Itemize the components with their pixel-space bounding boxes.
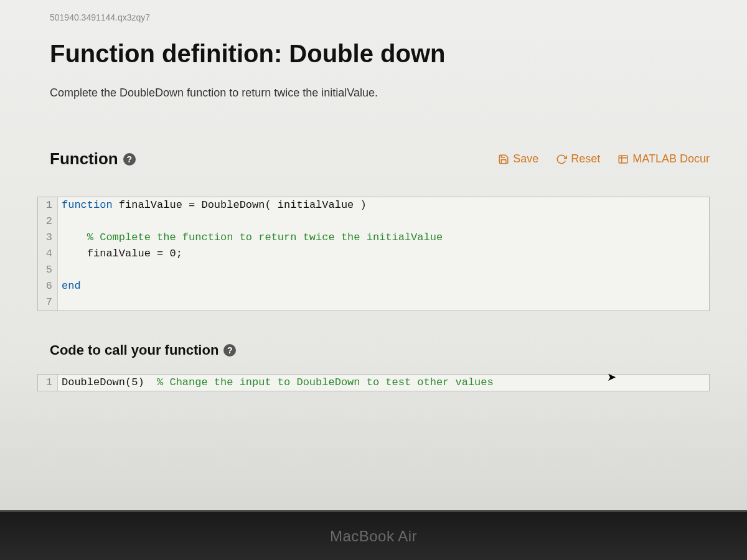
code-line[interactable]: 4 finalValue = 0; xyxy=(38,246,709,262)
function-header-row: Function ? Save Reset xyxy=(50,149,710,169)
line-number: 2 xyxy=(38,213,58,230)
code-content[interactable] xyxy=(58,294,709,310)
code-line[interactable]: 7 xyxy=(38,294,709,310)
laptop-bezel: MacBook Air xyxy=(0,510,747,560)
code-content[interactable]: % Complete the function to return twice … xyxy=(58,230,709,246)
reset-button[interactable]: Reset xyxy=(556,152,600,166)
save-label: Save xyxy=(513,152,538,166)
save-icon xyxy=(498,154,509,165)
reset-icon xyxy=(556,154,567,165)
question-id: 501940.3491144.qx3zqy7 xyxy=(50,12,710,22)
instructions-text: Complete the DoubleDown function to retu… xyxy=(50,86,710,100)
function-section-label: Function xyxy=(50,149,118,169)
docs-icon xyxy=(618,154,629,165)
svg-rect-0 xyxy=(619,156,628,163)
code-content[interactable]: finalValue = 0; xyxy=(58,246,709,262)
code-line[interactable]: 5 xyxy=(38,262,709,278)
line-number: 1 xyxy=(38,375,58,391)
line-number: 4 xyxy=(38,246,58,262)
reset-label: Reset xyxy=(571,152,600,166)
docs-label: MATLAB Docur xyxy=(632,152,710,166)
line-number: 1 xyxy=(38,197,58,213)
code-content[interactable] xyxy=(58,213,709,230)
code-line[interactable]: 1function finalValue = DoubleDown( initi… xyxy=(38,197,709,213)
code-content[interactable]: function finalValue = DoubleDown( initia… xyxy=(58,197,709,213)
call-section-label: Code to call your function xyxy=(50,342,218,358)
code-line[interactable]: 3 % Complete the function to return twic… xyxy=(38,230,709,246)
line-number: 5 xyxy=(38,262,58,278)
help-icon[interactable]: ? xyxy=(123,153,136,166)
line-number: 6 xyxy=(38,278,58,294)
editor-toolbar: Save Reset MATLAB Docur xyxy=(498,152,710,166)
function-header-left: Function ? xyxy=(50,149,136,169)
page-title: Function definition: Double down xyxy=(50,40,710,68)
function-code-editor[interactable]: 1function finalValue = DoubleDown( initi… xyxy=(37,197,710,311)
code-line[interactable]: 2 xyxy=(38,213,709,230)
cursor-icon: ➤ xyxy=(607,370,616,384)
code-content[interactable]: end xyxy=(58,278,709,294)
code-content[interactable] xyxy=(58,262,709,278)
help-icon[interactable]: ? xyxy=(223,344,236,357)
line-number: 7 xyxy=(38,294,58,310)
matlab-docs-button[interactable]: MATLAB Docur xyxy=(618,152,710,166)
call-section-header: Code to call your function ? xyxy=(50,342,710,358)
laptop-model-label: MacBook Air xyxy=(330,528,417,545)
code-line[interactable]: 6end xyxy=(38,278,709,294)
save-button[interactable]: Save xyxy=(498,152,538,166)
line-number: 3 xyxy=(38,230,58,246)
